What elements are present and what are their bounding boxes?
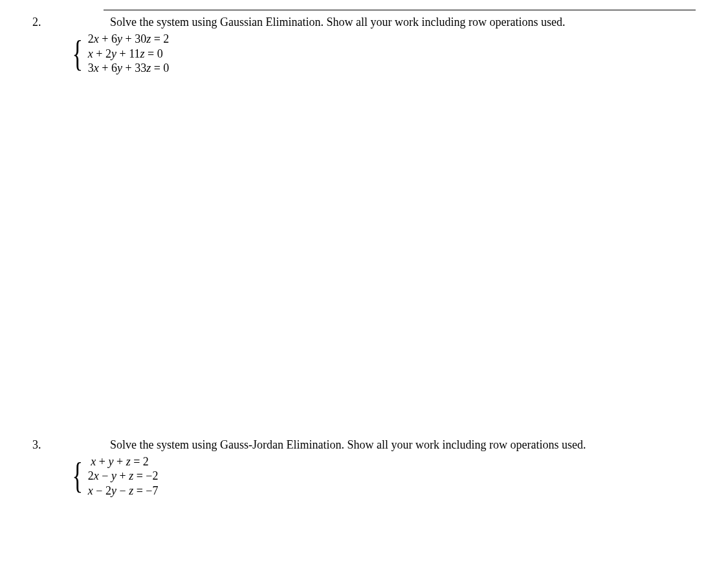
problem-number: 3. xyxy=(32,438,65,452)
equation-system: { x + y + z = 2 2x − y + z = −2 x − 2y −… xyxy=(69,454,696,498)
left-brace: { xyxy=(72,457,83,495)
equations-list: x + y + z = 2 2x − y + z = −2 x − 2y − z… xyxy=(88,454,159,498)
equation-system: { 2x + 6y + 30z = 2 x + 2y + 11z = 0 3x … xyxy=(69,32,696,76)
equation-1: 2x + 6y + 30z = 2 xyxy=(88,32,169,47)
problem-number: 2. xyxy=(32,16,65,29)
equation-2: 2x − y + z = −2 xyxy=(88,469,159,484)
problem-instruction: Solve the system using Gauss-Jordan Elim… xyxy=(110,438,696,452)
problem-instruction: Solve the system using Gaussian Eliminat… xyxy=(110,16,696,29)
top-divider xyxy=(104,10,696,10)
left-brace: { xyxy=(72,35,83,72)
problem-content: Solve the system using Gauss-Jordan Elim… xyxy=(65,438,696,498)
equation-1: x + y + z = 2 xyxy=(88,454,159,469)
equation-3: 3x + 6y + 33z = 0 xyxy=(88,61,169,76)
problem-2: 2. Solve the system using Gaussian Elimi… xyxy=(32,16,696,76)
equations-list: 2x + 6y + 30z = 2 x + 2y + 11z = 0 3x + … xyxy=(88,32,169,76)
problem-content: Solve the system using Gaussian Eliminat… xyxy=(65,16,696,76)
equation-3: x − 2y − z = −7 xyxy=(88,484,159,498)
equation-2: x + 2y + 11z = 0 xyxy=(88,47,169,61)
problem-3: 3. Solve the system using Gauss-Jordan E… xyxy=(32,438,696,498)
